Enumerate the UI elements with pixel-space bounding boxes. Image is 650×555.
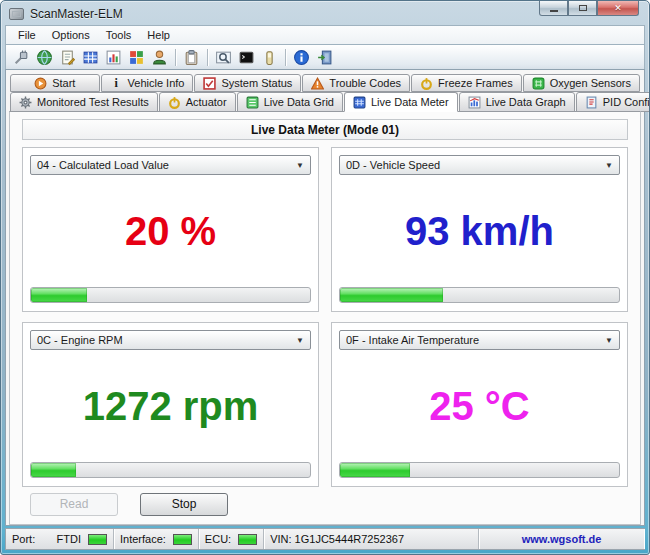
meter-value-speed: 93 km/h xyxy=(339,175,620,287)
chart-icon[interactable] xyxy=(103,47,124,68)
meter-progressbar-speed xyxy=(339,287,620,303)
status-interface: Interface: xyxy=(114,529,199,549)
meter-panel-speed: 0D - Vehicle Speed ▼ 93 km/h xyxy=(331,147,628,312)
tab-vehicle-info[interactable]: i Vehicle Info xyxy=(101,74,194,92)
tab-label: Trouble Codes xyxy=(329,77,401,89)
progress-fill xyxy=(340,288,443,302)
meter-panel-intake-temp: 0F - Intake Air Temperature ▼ 25 °C xyxy=(331,322,628,487)
warning-triangle-icon xyxy=(311,77,324,90)
pid-select-intake-temp[interactable]: 0F - Intake Air Temperature ▼ xyxy=(339,330,620,350)
ecu-label: ECU: xyxy=(205,533,231,545)
tab-pid-config[interactable]: PID Config xyxy=(576,92,650,112)
globe-icon[interactable] xyxy=(34,47,55,68)
chevron-down-icon: ▼ xyxy=(292,161,304,170)
exit-icon[interactable] xyxy=(314,47,335,68)
tab-label: Live Data Graph xyxy=(486,96,566,108)
report-icon[interactable] xyxy=(57,47,78,68)
toolbar-separator xyxy=(207,49,208,66)
connect-icon[interactable] xyxy=(11,47,32,68)
action-row: Read Stop xyxy=(22,487,628,519)
window-title: ScanMaster-ELM xyxy=(30,7,123,21)
vin-value: VIN: 1G1JC5444R7252367 xyxy=(270,533,404,545)
search-icon[interactable] xyxy=(213,47,234,68)
pid-select-load[interactable]: 04 - Calculated Load Value ▼ xyxy=(30,155,311,175)
tab-row-1: Start i Vehicle Info System Status Troub… xyxy=(9,73,641,92)
minimize-button[interactable] xyxy=(539,1,568,16)
oxygen-sensors-icon xyxy=(532,77,545,90)
pid-config-icon xyxy=(585,96,598,109)
status-vin: VIN: 1G1JC5444R7252367 xyxy=(264,529,479,549)
system-status-icon xyxy=(203,77,216,90)
website-link[interactable]: www.wgsoft.de xyxy=(522,533,602,545)
window-controls: ✕ xyxy=(539,1,639,16)
pid-select-value: 0F - Intake Air Temperature xyxy=(346,334,601,346)
meter-value-intake-temp: 25 °C xyxy=(339,350,620,462)
tab-freeze-frames[interactable]: Freeze Frames xyxy=(411,74,522,92)
maximize-button[interactable] xyxy=(568,1,597,16)
chevron-down-icon: ▼ xyxy=(601,336,613,345)
app-chip-icon xyxy=(9,8,24,20)
data-grid-icon xyxy=(246,96,259,109)
meter-progressbar-intake-temp xyxy=(339,462,620,478)
gear-icon xyxy=(19,96,32,109)
table-icon[interactable] xyxy=(80,47,101,68)
port-value: FTDI xyxy=(57,533,81,545)
battery-icon[interactable] xyxy=(259,47,280,68)
info-icon[interactable] xyxy=(291,47,312,68)
port-status-led xyxy=(88,534,107,545)
live-data-meter-page: Live Data Meter (Mode 01) 04 - Calculate… xyxy=(9,111,641,525)
meter-value-load: 20 % xyxy=(30,175,311,287)
clipboard-icon[interactable] xyxy=(181,47,202,68)
menu-options[interactable]: Options xyxy=(44,27,98,43)
tab-label: Live Data Grid xyxy=(264,96,334,108)
colors-window-icon[interactable] xyxy=(126,47,147,68)
read-button[interactable]: Read xyxy=(30,493,118,516)
tab-live-data-meter[interactable]: Live Data Meter xyxy=(344,92,458,112)
status-port: Port: FTDI xyxy=(6,529,114,549)
port-label: Port: xyxy=(12,533,35,545)
interface-status-led xyxy=(173,534,192,545)
app-window: ScanMaster-ELM ✕ File Options Tools Help xyxy=(0,0,650,555)
progress-fill xyxy=(31,463,76,477)
meter-grid: 04 - Calculated Load Value ▼ 20 % 0D - V… xyxy=(22,147,628,487)
start-icon xyxy=(34,77,47,90)
progress-fill xyxy=(31,288,87,302)
menubar: File Options Tools Help xyxy=(5,25,645,44)
data-graph-icon xyxy=(468,96,481,109)
tab-oxygen-sensors[interactable]: Oxygen Sensors xyxy=(523,74,640,92)
statusbar: Port: FTDI Interface: ECU: VIN: 1G1JC544… xyxy=(5,528,645,550)
meter-progressbar-load xyxy=(30,287,311,303)
tab-live-data-graph[interactable]: Live Data Graph xyxy=(459,92,575,112)
main-panel: Start i Vehicle Info System Status Troub… xyxy=(5,69,645,526)
user-icon[interactable] xyxy=(149,47,170,68)
freeze-frames-icon xyxy=(420,77,433,90)
pid-select-rpm[interactable]: 0C - Engine RPM ▼ xyxy=(30,330,311,350)
tab-label: Freeze Frames xyxy=(438,77,513,89)
tab-label: Live Data Meter xyxy=(371,96,449,108)
status-ecu: ECU: xyxy=(199,529,264,549)
page-title: Live Data Meter (Mode 01) xyxy=(22,119,628,140)
close-button[interactable]: ✕ xyxy=(597,1,639,16)
tab-trouble-codes[interactable]: Trouble Codes xyxy=(302,74,410,92)
pid-select-speed[interactable]: 0D - Vehicle Speed ▼ xyxy=(339,155,620,175)
tab-row-2: Monitored Test Results Actuator Live Dat… xyxy=(9,91,641,112)
terminal-icon[interactable] xyxy=(236,47,257,68)
tab-label: Start xyxy=(52,77,75,89)
tab-actuator[interactable]: Actuator xyxy=(159,92,236,112)
data-meter-icon xyxy=(353,96,366,109)
tab-start[interactable]: Start xyxy=(10,74,100,92)
tab-monitored-test-results[interactable]: Monitored Test Results xyxy=(10,92,158,112)
meter-progressbar-rpm xyxy=(30,462,311,478)
stop-button[interactable]: Stop xyxy=(140,493,228,516)
pid-select-value: 0D - Vehicle Speed xyxy=(346,159,601,171)
vehicle-info-icon: i xyxy=(110,77,123,90)
actuator-power-icon xyxy=(168,96,181,109)
tab-live-data-grid[interactable]: Live Data Grid xyxy=(237,92,343,112)
menu-help[interactable]: Help xyxy=(139,27,178,43)
menu-tools[interactable]: Tools xyxy=(98,27,140,43)
ecu-status-led xyxy=(238,534,257,545)
meter-panel-load: 04 - Calculated Load Value ▼ 20 % xyxy=(22,147,319,312)
menu-file[interactable]: File xyxy=(10,27,44,43)
pid-select-value: 0C - Engine RPM xyxy=(37,334,292,346)
tab-system-status[interactable]: System Status xyxy=(194,74,301,92)
